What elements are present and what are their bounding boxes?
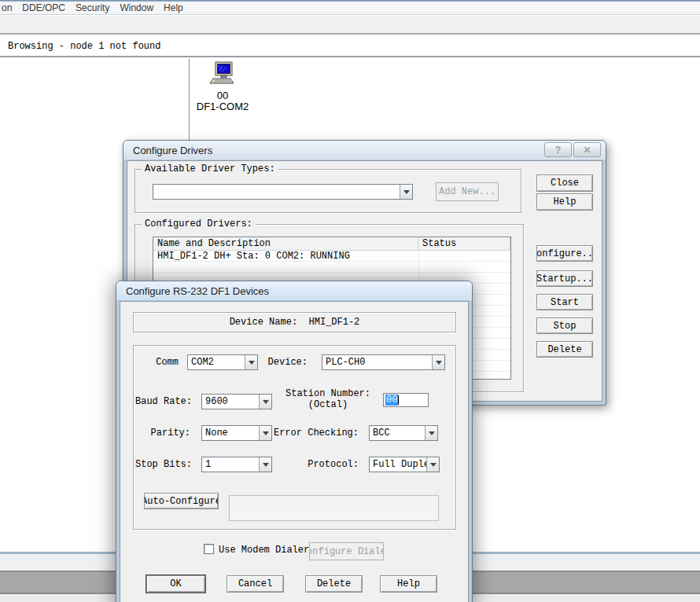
parity-combobox[interactable]: None xyxy=(201,425,272,441)
chevron-down-icon xyxy=(403,190,410,194)
menu-item-help[interactable]: Help xyxy=(164,2,183,13)
help-device-button[interactable]: Help xyxy=(380,575,437,593)
driver-type-dropdown[interactable] xyxy=(400,185,412,199)
comm-value: COM2 xyxy=(188,355,245,369)
column-header-status[interactable]: Status xyxy=(418,237,510,250)
chevron-down-icon xyxy=(429,431,435,435)
configure-dialer-button[interactable]: Configure Dialer xyxy=(309,542,384,560)
df1-dialog-title: Configure RS-232 DF1 Devices xyxy=(126,285,269,297)
configure-drivers-title: Configure Drivers xyxy=(133,145,212,156)
protocol-dropdown[interactable] xyxy=(426,457,439,472)
browse-status-text: Browsing - node 1 not found xyxy=(8,41,160,52)
baud-rate-combobox[interactable]: 9600 xyxy=(201,394,272,409)
device-combobox[interactable]: PLC-CH0 xyxy=(322,354,445,370)
browse-status-bar: Browsing - node 1 not found xyxy=(0,36,700,57)
startup-button[interactable]: Startup... xyxy=(536,270,593,287)
use-modem-dialer-checkbox[interactable] xyxy=(204,544,214,554)
device-name-panel: Device Name: HMI_DF1-2 xyxy=(133,312,456,332)
dialog-help-button[interactable]: ? xyxy=(544,142,572,157)
workstation-icon xyxy=(208,61,237,88)
ok-button[interactable]: OK xyxy=(146,575,205,593)
error-dropdown[interactable] xyxy=(425,426,437,440)
error-checking-label: Error Checking: xyxy=(274,428,359,439)
chevron-down-icon xyxy=(249,361,255,365)
node-name-label: DF1-COM2 xyxy=(193,101,252,112)
error-checking-value: BCC xyxy=(370,426,425,440)
parity-value: None xyxy=(202,426,259,440)
protocol-label: Protocol: xyxy=(308,459,359,470)
protocol-combobox[interactable]: Full Duplex xyxy=(369,457,440,472)
auto-configure-result-box xyxy=(229,495,439,521)
text-caret xyxy=(398,395,399,405)
station-number-label: Station Number: (Octal) xyxy=(282,388,374,410)
stop-button[interactable]: Stop xyxy=(536,318,593,334)
device-dropdown[interactable] xyxy=(432,355,444,369)
device-name-text: Device Name: HMI_DF1-2 xyxy=(230,317,360,328)
device-label: Device: xyxy=(268,357,308,368)
station-number-input[interactable]: 00 xyxy=(383,393,429,407)
chevron-down-icon xyxy=(263,431,269,435)
app-screen: on DDE/OPC Security Window Help Browsing… xyxy=(0,0,700,602)
comm-label: Comm xyxy=(156,357,179,368)
error-checking-combobox[interactable]: BCC xyxy=(369,425,438,441)
column-header-name[interactable]: Name and Description xyxy=(153,237,418,250)
dialog-close-button[interactable]: ✕ xyxy=(573,142,601,157)
use-modem-dialer-label: Use Modem Dialer xyxy=(219,545,309,556)
add-new-button[interactable]: Add New... xyxy=(436,182,499,201)
device-value: PLC-CH0 xyxy=(322,355,432,369)
baud-dropdown[interactable] xyxy=(259,395,271,409)
menu-item-security[interactable]: Security xyxy=(76,2,109,13)
driver-row[interactable]: HMI_DF1-2 DH+ Sta: 0 COM2: RUNNING xyxy=(153,251,510,261)
protocol-value: Full Duplex xyxy=(370,457,426,472)
comm-dropdown[interactable] xyxy=(245,355,257,369)
driver-type-combobox[interactable] xyxy=(153,184,413,200)
stop-bits-label: Stop Bits: xyxy=(135,459,192,470)
baud-rate-label: Baud Rate: xyxy=(135,396,192,407)
chevron-down-icon xyxy=(430,463,437,467)
delete-driver-button[interactable]: Delete xyxy=(536,341,593,358)
menu-bar: on DDE/OPC Security Window Help xyxy=(0,2,700,15)
close-button[interactable]: Close xyxy=(536,174,593,192)
help-button[interactable]: Help xyxy=(536,193,593,211)
chevron-down-icon xyxy=(263,400,269,404)
network-node-df1-com2[interactable]: 00 DF1-COM2 xyxy=(193,61,252,112)
df1-dialog-titlebar[interactable]: Configure RS-232 DF1 Devices xyxy=(116,281,472,300)
menu-item-dde-opc[interactable]: DDE/OPC xyxy=(22,2,65,13)
cancel-button[interactable]: Cancel xyxy=(227,575,284,593)
driver-row-name: HMI_DF1-2 DH+ Sta: 0 COM2: RUNNING xyxy=(157,251,418,261)
delete-device-button[interactable]: Delete xyxy=(305,575,363,593)
stop-bits-dropdown[interactable] xyxy=(259,457,271,472)
available-driver-types-legend: Available Driver Types: xyxy=(142,163,278,174)
baud-rate-value: 9600 xyxy=(202,395,259,409)
node-station-label: 00 xyxy=(193,90,252,101)
start-button[interactable]: Start xyxy=(536,294,593,310)
configure-button[interactable]: Configure... xyxy=(536,245,593,262)
toolbar-strip xyxy=(0,16,700,35)
configured-drivers-legend: Configured Drivers: xyxy=(142,218,256,229)
station-number-selected-text: 00 xyxy=(385,395,398,406)
auto-configure-button[interactable]: Auto-Configure xyxy=(144,493,219,509)
comm-combobox[interactable]: COM2 xyxy=(187,354,258,370)
menu-item-window[interactable]: Window xyxy=(120,2,153,13)
chevron-down-icon xyxy=(436,361,442,365)
driver-type-value xyxy=(153,185,400,199)
chevron-down-icon xyxy=(263,463,269,467)
stop-bits-combobox[interactable]: 1 xyxy=(201,457,272,472)
df1-devices-dialog: Configure RS-232 DF1 Devices Device Name… xyxy=(116,281,473,602)
configure-drivers-titlebar[interactable]: Configure Drivers xyxy=(123,141,606,160)
df1-dialog-client: Device Name: HMI_DF1-2 Comm COM2 Device:… xyxy=(120,301,469,602)
parity-label: Parity: xyxy=(151,428,190,439)
list-header: Name and Description Status xyxy=(153,237,510,251)
parity-dropdown[interactable] xyxy=(259,426,271,440)
menu-item-communications-partial[interactable]: on xyxy=(2,2,12,13)
stop-bits-value: 1 xyxy=(202,457,259,472)
